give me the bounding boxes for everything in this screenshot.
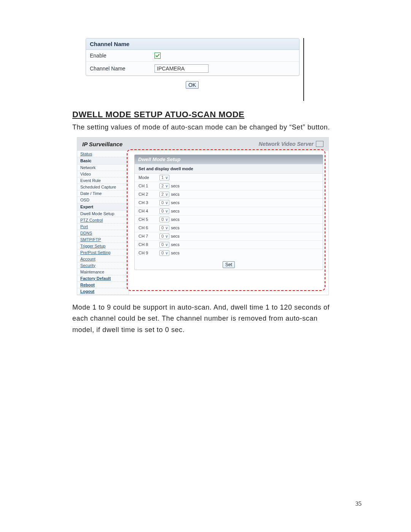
secs-label: secs <box>171 234 180 238</box>
ch-select[interactable]: 2∨ <box>159 192 169 197</box>
surveillance-screenshot: IP Surveillance Network Video Server Sta… <box>77 137 329 295</box>
ch-label: CH 3 <box>139 200 159 205</box>
sidebar-item-logout[interactable]: Logout <box>77 288 129 295</box>
chevron-down-icon: ∨ <box>165 209 168 214</box>
sidebar-item-scheduled-capture[interactable]: Scheduled Capture <box>77 184 129 190</box>
mode-label: Mode <box>139 175 159 180</box>
ch-label: CH 8 <box>139 242 159 247</box>
sidebar-item-date-time[interactable]: Date / Time <box>77 190 129 197</box>
chevron-down-icon: ∨ <box>165 192 168 197</box>
chevron-down-icon: ∨ <box>165 217 168 222</box>
sidebar-item-event-rule[interactable]: Event Rule <box>77 177 129 184</box>
sidebar-item-maintenance[interactable]: Maintenance <box>77 269 129 275</box>
secs-label: secs <box>171 200 180 205</box>
vertical-divider <box>303 38 304 101</box>
ch-value: 0 <box>161 242 164 247</box>
sidebar-group-expert: Expert <box>77 203 129 211</box>
dwell-header: Dwell Mode Setup <box>134 155 323 164</box>
chevron-down-icon: ∨ <box>165 234 168 239</box>
enable-label: Enable <box>90 53 155 59</box>
row-ch1: CH 12∨secs <box>135 182 323 190</box>
chevron-down-icon: ∨ <box>165 200 168 205</box>
intro-paragraph: The setting values of mode of auto-scan … <box>72 122 335 133</box>
dwell-subheader: Set and display dwell mode <box>135 164 323 174</box>
ch-select[interactable]: 0∨ <box>159 242 169 248</box>
surveillance-title: IP Surveillance <box>82 141 123 147</box>
channel-name-label: Channel Name <box>90 66 155 72</box>
sidebar-item-ddns[interactable]: DDNS <box>77 230 129 236</box>
row-enable: Enable <box>86 50 299 62</box>
secs-label: secs <box>171 217 180 222</box>
sidebar-item-smtp-ftp[interactable]: SMTP/FTP <box>77 236 129 243</box>
ch-label: CH 7 <box>139 234 159 238</box>
sidebar-item-status[interactable]: Status <box>77 151 129 157</box>
camera-icon <box>316 141 323 147</box>
ch-select[interactable]: 0∨ <box>159 208 169 214</box>
channel-name-header: Channel Name <box>86 38 299 50</box>
secs-label: secs <box>171 209 180 213</box>
enable-checkbox[interactable] <box>155 53 161 59</box>
row-ch3: CH 30∨secs <box>135 199 323 207</box>
sidebar-group-basic: Basic <box>77 157 129 165</box>
chevron-down-icon: ∨ <box>165 225 168 230</box>
ch-value: 0 <box>161 217 164 222</box>
chevron-down-icon: ∨ <box>165 242 168 247</box>
sidebar-item-factory-default[interactable]: Factory Default <box>77 275 129 282</box>
ch-value: 2 <box>161 184 164 188</box>
ch-label: CH 5 <box>139 217 159 222</box>
ch-value: 0 <box>161 209 164 213</box>
ch-select[interactable]: 0∨ <box>159 225 169 231</box>
ch-value: 0 <box>161 200 164 205</box>
ch-select[interactable]: 0∨ <box>159 233 169 239</box>
nvs-label: Network Video Server <box>259 141 314 147</box>
sidebar-item-ptz-control[interactable]: PTZ Control <box>77 217 129 224</box>
sidebar-item-osd[interactable]: OSD <box>77 197 129 203</box>
surveillance-topbar: IP Surveillance Network Video Server <box>78 139 327 150</box>
sidebar-item-pre-post[interactable]: Pre/Post Setting <box>77 249 129 256</box>
secs-label: secs <box>171 184 180 188</box>
sidebar: Status Basic Network Video Event Rule Sc… <box>77 151 129 295</box>
secs-label: secs <box>171 225 180 230</box>
ch-value: 0 <box>161 251 164 255</box>
row-channel-name: Channel Name <box>86 62 299 75</box>
row-ch2: CH 22∨secs <box>135 190 323 199</box>
channel-name-input[interactable] <box>155 64 209 73</box>
secs-label: secs <box>171 242 180 247</box>
page-number: 35 <box>355 500 362 507</box>
section-heading: DWELL MODE SETUP ATUO-SCAN MODE <box>72 110 367 120</box>
ch-value: 0 <box>161 225 164 230</box>
ch-label: CH 4 <box>139 209 159 213</box>
chevron-down-icon: ∨ <box>165 251 168 256</box>
body-paragraph: Mode 1 to 9 could be support in auto-sca… <box>72 302 335 336</box>
row-ch6: CH 60∨secs <box>135 224 323 232</box>
sidebar-item-security[interactable]: Security <box>77 262 129 269</box>
check-icon <box>155 53 160 58</box>
row-mode: Mode 1 ∨ <box>135 174 323 182</box>
ch-label: CH 6 <box>139 225 159 230</box>
ch-select[interactable]: 2∨ <box>159 183 169 189</box>
ch-label: CH 1 <box>139 184 159 188</box>
ch-value: 0 <box>161 234 164 238</box>
row-ch4: CH 40∨secs <box>135 207 323 216</box>
secs-label: secs <box>171 192 180 197</box>
row-ch5: CH 50∨secs <box>135 216 323 224</box>
ok-button[interactable]: OK <box>186 81 199 89</box>
sidebar-item-network[interactable]: Network <box>77 165 129 171</box>
channel-name-panel: Channel Name Enable Channel Name <box>86 38 299 76</box>
secs-label: secs <box>171 251 180 255</box>
sidebar-item-reboot[interactable]: Reboot <box>77 282 129 288</box>
ch-label: CH 2 <box>139 192 159 197</box>
sidebar-item-trigger-setup[interactable]: Trigger Setup <box>77 243 129 249</box>
sidebar-item-dwell-mode-setup[interactable]: Dwell Mode Setup <box>77 211 129 217</box>
row-ch8: CH 80∨secs <box>135 241 323 249</box>
mode-select[interactable]: 1 ∨ <box>159 175 169 181</box>
ch-label: CH 9 <box>139 251 159 255</box>
ch-select[interactable]: 0∨ <box>159 200 169 206</box>
ch-select[interactable]: 0∨ <box>159 217 169 222</box>
ch-value: 2 <box>161 192 164 197</box>
sidebar-item-video[interactable]: Video <box>77 171 129 177</box>
ch-select[interactable]: 0∨ <box>159 250 169 256</box>
sidebar-item-account[interactable]: Account <box>77 256 129 262</box>
sidebar-item-port[interactable]: Port <box>77 224 129 230</box>
set-button[interactable]: Set <box>223 261 235 268</box>
